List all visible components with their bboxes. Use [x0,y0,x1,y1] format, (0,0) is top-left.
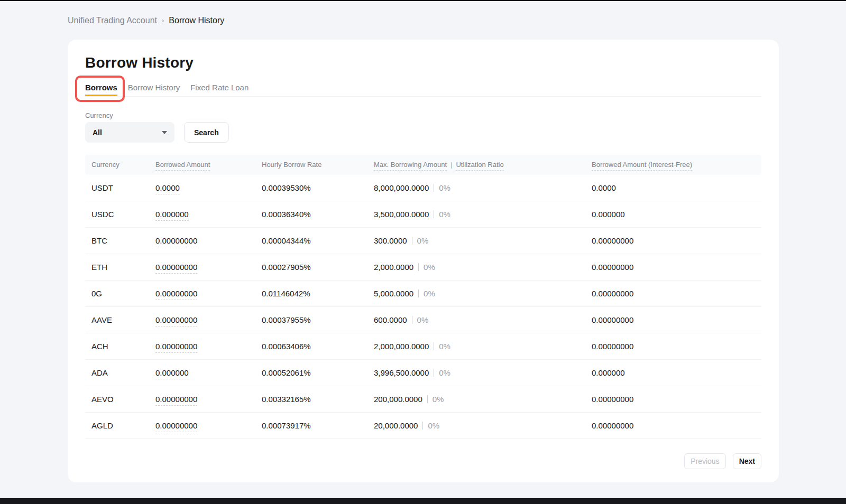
utilization-separator [434,210,434,218]
cell-currency: USDT [91,183,155,192]
column-header-currency: Currency [91,161,155,169]
cell-hourly-borrow-rate: 0.00027905% [262,263,374,272]
cell-currency: USDC [91,210,155,219]
max-borrowing-amount-value: 2,000,000.0000 [374,342,429,351]
borrowed-amount-value[interactable]: 0.00000000 [155,342,197,353]
utilization-ratio-value: 0% [439,210,450,219]
table-row-usdc: USDC0.0000000.00036340%3,500,000.00000%0… [85,201,761,228]
cell-max-borrowing-amount: 2,000.00000% [374,263,592,272]
column-header-label: Max. Borrowing Amount [374,161,447,171]
cell-hourly-borrow-rate: 0.00037955% [262,315,374,324]
cell-max-borrowing-amount: 2,000,000.00000% [374,342,592,351]
breadcrumb-separator-icon: › [162,16,164,25]
utilization-separator [427,395,428,403]
cell-max-borrowing-amount: 3,996,500.00000% [374,368,592,377]
cell-currency: 0G [91,289,155,298]
table-row-aevo: AEVO0.000000000.00332165%200,000.00000%0… [85,386,761,413]
tab-borrow-history[interactable]: Borrow History [128,82,180,96]
borrowed-amount-value[interactable]: 0.00000000 [155,289,197,300]
utilization-ratio-value: 0% [417,315,429,324]
utilization-separator [412,237,412,245]
table-row-eth: ETH0.000000000.00027905%2,000.00000%0.00… [85,254,761,281]
table-row-0g: 0G0.000000000.01146042%5,000.00000%0.000… [85,281,761,307]
cell-borrowed-amount-interest-free: 0.00000000 [592,395,761,404]
cell-borrowed-amount-interest-free: 0.00000000 [592,263,761,272]
cell-hourly-borrow-rate: 0.00332165% [262,395,374,404]
table-row-agld: AGLD0.000000000.00073917%20,000.00000%0.… [85,413,761,439]
cell-borrowed-amount-interest-free: 0.00000000 [592,421,761,430]
column-header-label: Currency [91,161,119,169]
utilization-separator [412,316,412,324]
max-borrowing-amount-value: 3,500,000.0000 [374,210,429,219]
cell-hourly-borrow-rate: 0.01146042% [262,289,374,298]
cell-borrowed-amount-interest-free: 0.0000 [592,183,761,192]
column-header-max-borrowing-amount: Max. Borrowing Amount|Utilization Ratio [374,161,592,169]
max-borrowing-amount-value: 600.0000 [374,315,407,324]
utilization-ratio-value: 0% [439,342,450,351]
cell-hourly-borrow-rate: 0.00039530% [262,183,374,192]
max-borrowing-amount-value: 300.0000 [374,236,407,245]
cell-currency: ETH [91,263,155,272]
table-row-ada: ADA0.0000000.00052061%3,996,500.00000%0.… [85,360,761,386]
borrowed-amount-value[interactable]: 0.0000 [155,183,180,194]
cell-hourly-borrow-rate: 0.00052061% [262,368,374,377]
borrowed-amount-value[interactable]: 0.00000000 [155,315,197,326]
cell-max-borrowing-amount: 3,500,000.00000% [374,210,592,219]
utilization-separator [434,369,434,377]
cell-hourly-borrow-rate: 0.00004344% [262,236,374,245]
breadcrumb: Unified Trading Account › Borrow History [68,16,224,25]
borrowed-amount-value[interactable]: 0.000000 [155,368,189,379]
utilization-ratio-value: 0% [424,263,435,272]
utilization-separator [434,184,434,192]
cell-borrowed-amount: 0.000000 [155,210,262,219]
max-borrowing-amount-value: 3,996,500.0000 [374,368,429,377]
utilization-separator [434,342,434,350]
cell-currency: AAVE [91,315,155,324]
cell-borrowed-amount-interest-free: 0.00000000 [592,342,761,351]
cell-max-borrowing-amount: 5,000.00000% [374,289,592,298]
utilization-separator [418,263,419,271]
utilization-separator [422,422,423,430]
cell-max-borrowing-amount: 300.00000% [374,236,592,245]
utilization-ratio-value: 0% [433,395,444,404]
borrowed-amount-value[interactable]: 0.00000000 [155,236,197,247]
table-row-usdt: USDT0.00000.00039530%8,000,000.00000%0.0… [85,175,761,201]
utilization-ratio-value: 0% [428,421,439,430]
borrowed-amount-value[interactable]: 0.00000000 [155,421,197,432]
cell-max-borrowing-amount: 600.00000% [374,315,592,324]
next-page-button[interactable]: Next [733,453,761,469]
cell-currency: ACH [91,342,155,351]
cell-borrowed-amount: 0.00000000 [155,395,262,404]
currency-select[interactable]: All [85,122,174,143]
max-borrowing-amount-value: 200,000.0000 [374,395,422,404]
cell-borrowed-amount: 0.00000000 [155,315,262,324]
cell-borrowed-amount: 0.000000 [155,368,262,377]
column-header-borrowed-amount-interest-free: Borrowed Amount (Interest-Free) [592,161,761,169]
tab-fixed-rate-loan[interactable]: Fixed Rate Loan [190,82,249,96]
tab-borrows[interactable]: Borrows [85,82,117,96]
max-borrowing-amount-value: 8,000,000.0000 [374,183,429,192]
filter-row: All Search [85,122,761,143]
table-row-btc: BTC0.000000000.00004344%300.00000%0.0000… [85,228,761,254]
breadcrumb-unified-trading-account[interactable]: Unified Trading Account [68,16,157,25]
tab-bar: Borrows Borrow History Fixed Rate Loan [85,82,761,97]
page-title: Borrow History [85,54,761,71]
max-borrowing-amount-value: 2,000.0000 [374,263,413,272]
borrowed-amount-value[interactable]: 0.00000000 [155,263,197,274]
column-header-separator: | [450,161,452,169]
max-borrowing-amount-value: 5,000.0000 [374,289,413,298]
search-button[interactable]: Search [184,122,229,143]
borrowed-amount-value[interactable]: 0.00000000 [155,395,197,406]
cell-borrowed-amount: 0.00000000 [155,263,262,272]
cell-borrowed-amount-interest-free: 0.000000 [592,210,761,219]
cell-currency: AEVO [91,395,155,404]
cell-borrowed-amount: 0.00000000 [155,236,262,245]
cell-max-borrowing-amount: 200,000.00000% [374,395,592,404]
cell-borrowed-amount: 0.0000 [155,183,262,192]
table-row-aave: AAVE0.000000000.00037955%600.00000%0.000… [85,307,761,333]
previous-page-button[interactable]: Previous [684,453,725,469]
column-header-label: Hourly Borrow Rate [262,161,321,169]
table-body: USDT0.00000.00039530%8,000,000.00000%0.0… [85,175,761,439]
column-header-borrowed-amount: Borrowed Amount [155,161,262,169]
borrowed-amount-value[interactable]: 0.000000 [155,210,189,221]
